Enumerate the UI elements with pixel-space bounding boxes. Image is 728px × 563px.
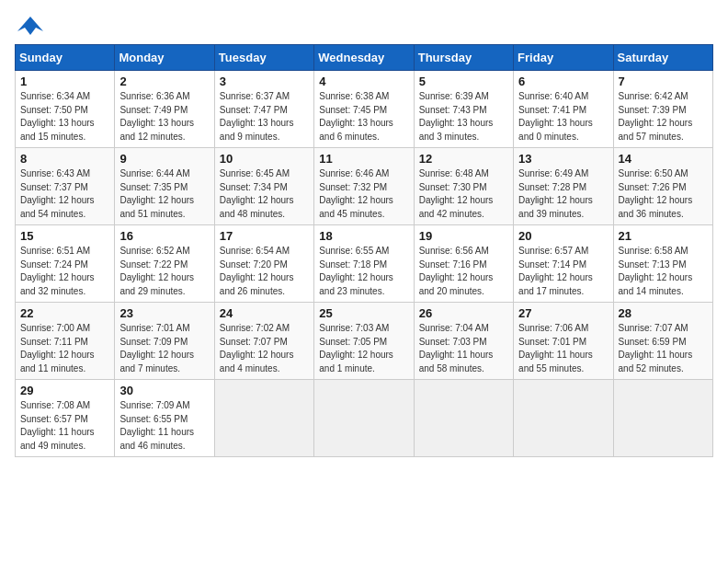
- day-number: 19: [419, 229, 508, 243]
- weekday-header-thursday: Thursday: [414, 45, 513, 71]
- day-number: 22: [20, 306, 109, 320]
- day-detail: Sunrise: 7:00 AM Sunset: 7:11 PM Dayligh…: [20, 323, 95, 373]
- day-detail: Sunrise: 7:06 AM Sunset: 7:01 PM Dayligh…: [518, 323, 593, 373]
- day-number: 30: [119, 384, 209, 397]
- weekday-header-wednesday: Wednesday: [314, 45, 414, 71]
- calendar-cell: 9Sunrise: 6:44 AM Sunset: 7:35 PM Daylig…: [115, 148, 214, 225]
- calendar-header: SundayMondayTuesdayWednesdayThursdayFrid…: [16, 45, 713, 71]
- calendar-cell: 25Sunrise: 7:03 AM Sunset: 7:05 PM Dayli…: [314, 303, 414, 380]
- calendar-cell: 10Sunrise: 6:45 AM Sunset: 7:34 PM Dayli…: [214, 148, 313, 225]
- calendar-cell: 4Sunrise: 6:38 AM Sunset: 7:45 PM Daylig…: [314, 71, 414, 148]
- day-detail: Sunrise: 6:42 AM Sunset: 7:39 PM Dayligh…: [619, 91, 693, 142]
- calendar-cell: 12Sunrise: 6:48 AM Sunset: 7:30 PM Dayli…: [414, 148, 513, 225]
- calendar-week-3: 15Sunrise: 6:51 AM Sunset: 7:24 PM Dayli…: [16, 225, 713, 303]
- day-detail: Sunrise: 6:50 AM Sunset: 7:26 PM Dayligh…: [619, 168, 693, 219]
- calendar-cell: [414, 380, 513, 457]
- calendar-cell: 23Sunrise: 7:01 AM Sunset: 7:09 PM Dayli…: [115, 303, 214, 380]
- day-number: 18: [319, 229, 408, 243]
- day-detail: Sunrise: 6:58 AM Sunset: 7:13 PM Dayligh…: [619, 246, 693, 296]
- day-detail: Sunrise: 6:49 AM Sunset: 7:28 PM Dayligh…: [518, 168, 593, 219]
- calendar-cell: 22Sunrise: 7:00 AM Sunset: 7:11 PM Dayli…: [16, 303, 115, 380]
- weekday-header-saturday: Saturday: [613, 45, 712, 71]
- calendar-cell: 15Sunrise: 6:51 AM Sunset: 7:24 PM Dayli…: [16, 225, 115, 303]
- day-number: 21: [619, 229, 708, 243]
- calendar-cell: [613, 380, 712, 457]
- calendar-cell: 6Sunrise: 6:40 AM Sunset: 7:41 PM Daylig…: [514, 71, 613, 148]
- day-detail: Sunrise: 6:38 AM Sunset: 7:45 PM Dayligh…: [319, 91, 393, 142]
- day-number: 23: [119, 306, 209, 320]
- calendar-cell: 21Sunrise: 6:58 AM Sunset: 7:13 PM Dayli…: [613, 225, 712, 303]
- day-number: 29: [20, 384, 109, 397]
- day-number: 13: [518, 152, 608, 166]
- weekday-header-monday: Monday: [115, 45, 214, 71]
- calendar-cell: 8Sunrise: 6:43 AM Sunset: 7:37 PM Daylig…: [16, 148, 115, 225]
- day-number: 6: [518, 75, 608, 88]
- day-detail: Sunrise: 7:02 AM Sunset: 7:07 PM Dayligh…: [220, 323, 294, 373]
- calendar-cell: 5Sunrise: 6:39 AM Sunset: 7:43 PM Daylig…: [414, 71, 513, 148]
- day-detail: Sunrise: 7:03 AM Sunset: 7:05 PM Dayligh…: [319, 323, 393, 373]
- day-number: 17: [220, 229, 309, 243]
- calendar-week-2: 8Sunrise: 6:43 AM Sunset: 7:37 PM Daylig…: [16, 148, 713, 225]
- day-detail: Sunrise: 6:48 AM Sunset: 7:30 PM Dayligh…: [419, 168, 494, 219]
- calendar-cell: 24Sunrise: 7:02 AM Sunset: 7:07 PM Dayli…: [214, 303, 313, 380]
- calendar-cell: 3Sunrise: 6:37 AM Sunset: 7:47 PM Daylig…: [214, 71, 313, 148]
- day-detail: Sunrise: 7:01 AM Sunset: 7:09 PM Dayligh…: [119, 323, 194, 373]
- day-number: 1: [20, 75, 109, 88]
- calendar-cell: [214, 380, 313, 457]
- day-detail: Sunrise: 6:51 AM Sunset: 7:24 PM Dayligh…: [20, 246, 95, 296]
- day-number: 24: [220, 306, 309, 320]
- calendar-cell: 17Sunrise: 6:54 AM Sunset: 7:20 PM Dayli…: [214, 225, 313, 303]
- calendar-cell: 1Sunrise: 6:34 AM Sunset: 7:50 PM Daylig…: [16, 71, 115, 148]
- calendar-cell: 28Sunrise: 7:07 AM Sunset: 6:59 PM Dayli…: [613, 303, 712, 380]
- calendar-week-4: 22Sunrise: 7:00 AM Sunset: 7:11 PM Dayli…: [16, 303, 713, 380]
- calendar-cell: 29Sunrise: 7:08 AM Sunset: 6:57 PM Dayli…: [16, 380, 115, 457]
- calendar-week-1: 1Sunrise: 6:34 AM Sunset: 7:50 PM Daylig…: [16, 71, 713, 148]
- day-detail: Sunrise: 6:45 AM Sunset: 7:34 PM Dayligh…: [220, 168, 294, 219]
- day-detail: Sunrise: 6:39 AM Sunset: 7:43 PM Dayligh…: [419, 91, 494, 142]
- day-detail: Sunrise: 6:55 AM Sunset: 7:18 PM Dayligh…: [319, 246, 393, 296]
- calendar-cell: [314, 380, 414, 457]
- day-number: 10: [220, 152, 309, 166]
- day-detail: Sunrise: 6:54 AM Sunset: 7:20 PM Dayligh…: [220, 246, 294, 296]
- calendar-cell: 11Sunrise: 6:46 AM Sunset: 7:32 PM Dayli…: [314, 148, 414, 225]
- day-detail: Sunrise: 6:52 AM Sunset: 7:22 PM Dayligh…: [119, 246, 194, 296]
- day-number: 8: [20, 152, 109, 166]
- day-detail: Sunrise: 7:08 AM Sunset: 6:57 PM Dayligh…: [20, 400, 95, 451]
- day-number: 26: [419, 306, 508, 320]
- logo: [15, 15, 43, 35]
- day-number: 16: [119, 229, 209, 243]
- calendar-cell: 30Sunrise: 7:09 AM Sunset: 6:55 PM Dayli…: [115, 380, 214, 457]
- logo-bird-icon: [17, 15, 43, 35]
- day-detail: Sunrise: 6:56 AM Sunset: 7:16 PM Dayligh…: [419, 246, 494, 296]
- calendar-cell: 19Sunrise: 6:56 AM Sunset: 7:16 PM Dayli…: [414, 225, 513, 303]
- calendar-cell: 2Sunrise: 6:36 AM Sunset: 7:49 PM Daylig…: [115, 71, 214, 148]
- calendar-cell: 20Sunrise: 6:57 AM Sunset: 7:14 PM Dayli…: [514, 225, 613, 303]
- calendar-cell: 27Sunrise: 7:06 AM Sunset: 7:01 PM Dayli…: [514, 303, 613, 380]
- day-detail: Sunrise: 7:09 AM Sunset: 6:55 PM Dayligh…: [119, 400, 194, 451]
- calendar-body: 1Sunrise: 6:34 AM Sunset: 7:50 PM Daylig…: [16, 71, 713, 457]
- calendar-cell: 7Sunrise: 6:42 AM Sunset: 7:39 PM Daylig…: [613, 71, 712, 148]
- day-number: 14: [619, 152, 708, 166]
- day-number: 5: [419, 75, 508, 88]
- day-number: 2: [119, 75, 209, 88]
- weekday-header-tuesday: Tuesday: [214, 45, 313, 71]
- calendar-cell: 26Sunrise: 7:04 AM Sunset: 7:03 PM Dayli…: [414, 303, 513, 380]
- day-number: 9: [119, 152, 209, 166]
- calendar-cell: 16Sunrise: 6:52 AM Sunset: 7:22 PM Dayli…: [115, 225, 214, 303]
- day-number: 7: [619, 75, 708, 88]
- day-detail: Sunrise: 6:36 AM Sunset: 7:49 PM Dayligh…: [119, 91, 194, 142]
- day-detail: Sunrise: 7:04 AM Sunset: 7:03 PM Dayligh…: [419, 323, 494, 373]
- day-number: 4: [319, 75, 408, 88]
- day-number: 20: [518, 229, 608, 243]
- day-number: 3: [220, 75, 309, 88]
- day-detail: Sunrise: 6:57 AM Sunset: 7:14 PM Dayligh…: [518, 246, 593, 296]
- day-detail: Sunrise: 6:37 AM Sunset: 7:47 PM Dayligh…: [220, 91, 294, 142]
- weekday-header-sunday: Sunday: [16, 45, 115, 71]
- day-detail: Sunrise: 7:07 AM Sunset: 6:59 PM Dayligh…: [619, 323, 693, 373]
- calendar-cell: 13Sunrise: 6:49 AM Sunset: 7:28 PM Dayli…: [514, 148, 613, 225]
- day-detail: Sunrise: 6:46 AM Sunset: 7:32 PM Dayligh…: [319, 168, 393, 219]
- day-number: 28: [619, 306, 708, 320]
- calendar-table: SundayMondayTuesdayWednesdayThursdayFrid…: [15, 44, 713, 457]
- calendar-cell: 14Sunrise: 6:50 AM Sunset: 7:26 PM Dayli…: [613, 148, 712, 225]
- day-detail: Sunrise: 6:40 AM Sunset: 7:41 PM Dayligh…: [518, 91, 593, 142]
